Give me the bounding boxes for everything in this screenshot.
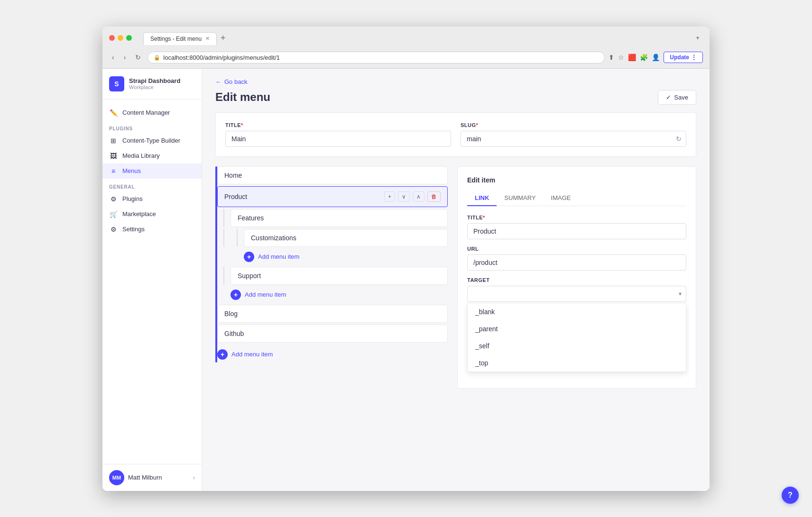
share-icon[interactable]: ⬆ [609, 54, 614, 61]
back-nav-button[interactable]: ‹ [109, 53, 117, 62]
item-label: Blog [224, 310, 441, 317]
tab-image[interactable]: IMAGE [544, 190, 579, 206]
menu-item-home[interactable]: Home [217, 166, 448, 184]
connector-line [223, 209, 224, 227]
edit-url-input[interactable] [467, 254, 686, 271]
edit-title-input[interactable] [467, 223, 686, 239]
address-bar[interactable]: 🔒 localhost:8000/admin/plugins/menus/edi… [148, 52, 605, 63]
item-label: Customizations [251, 234, 441, 242]
option-self[interactable]: _self [468, 337, 686, 354]
delete-item-button[interactable]: 🗑 [427, 191, 441, 202]
edit-title-label: Title* [467, 215, 686, 220]
app-layout: S Strapi Dashboard Workplace ✏️ Content … [102, 69, 710, 491]
title-field-group: Title* [225, 122, 451, 147]
slug-input[interactable] [461, 131, 686, 147]
title-label: Title* [225, 122, 451, 128]
add-circle-icon: + [217, 349, 228, 360]
user-name: Matt Milburn [128, 474, 189, 481]
active-tab[interactable]: Settings - Edit menu ✕ [143, 32, 217, 45]
required-star-slug: * [476, 122, 479, 128]
indent-space-1c [217, 267, 231, 285]
edit-url-group: URL [467, 246, 686, 271]
extension-icon-1[interactable]: 🟥 [628, 54, 636, 61]
edit-item-panel: Edit item LINK SUMMARY IMAGE [457, 166, 696, 389]
tab-summary[interactable]: SUMMARY [497, 190, 543, 206]
sidebar-footer: MM Matt Milburn ‹ [102, 464, 202, 491]
menu-item-product[interactable]: Product + ∨ ∧ 🗑 [217, 186, 448, 207]
grid-icon: ⊞ [109, 137, 118, 145]
menu-item-features[interactable]: Features [231, 209, 448, 227]
bookmark-icon[interactable]: ☆ [618, 54, 624, 61]
menu-item-blog[interactable]: Blog [217, 305, 448, 323]
panel-tabs: LINK SUMMARY IMAGE [467, 190, 686, 206]
settings-icon: ⚙ [109, 226, 118, 233]
add-sub-menu-item-button[interactable]: + Add menu item [244, 249, 299, 265]
item-label: Features [238, 214, 441, 222]
forward-nav-button[interactable]: › [121, 53, 129, 62]
save-button[interactable]: ✓ Save [658, 90, 696, 105]
option-parent[interactable]: _parent [468, 320, 686, 337]
add-root-menu-item-button[interactable]: + Add menu item [217, 346, 273, 363]
sidebar-item-label: Content Manager [122, 109, 170, 116]
menu-editor: Home Product + ∨ ∧ 🗑 [215, 166, 696, 389]
help-button[interactable]: ? [782, 487, 799, 504]
back-arrow-icon: ← [215, 78, 221, 85]
update-button[interactable]: Update ⋮ [664, 52, 703, 63]
cart-icon: 🛒 [109, 210, 118, 218]
sidebar-item-content-type-builder[interactable]: ⊞ Content-Type Builder [102, 133, 202, 148]
page-title-row: Edit menu ✓ Save [215, 90, 696, 105]
sidebar-item-content-manager[interactable]: ✏️ Content Manager [102, 105, 202, 120]
customizations-row-wrap: Customizations [217, 229, 448, 247]
sidebar-item-plugins[interactable]: ⚙ Plugins [102, 191, 202, 207]
sidebar-item-settings[interactable]: ⚙ Settings [102, 222, 202, 237]
sidebar-collapse-button[interactable]: ‹ [193, 474, 195, 481]
menu-item-support[interactable]: Support [231, 267, 448, 285]
sidebar-item-media-library[interactable]: 🖼 Media Library [102, 148, 202, 163]
add-circle-icon: + [231, 290, 241, 300]
new-tab-button[interactable]: + [217, 31, 230, 45]
user-profile-icon[interactable]: 👤 [652, 54, 660, 61]
form-row: Title* Slug* ↻ [225, 122, 686, 147]
move-up-button[interactable]: ∧ [413, 191, 424, 202]
edit-icon: ✏️ [109, 109, 118, 117]
close-window-button[interactable] [109, 35, 115, 41]
connector-line [223, 229, 224, 247]
maximize-window-button[interactable] [126, 35, 132, 41]
menu-item-customizations[interactable]: Customizations [244, 229, 448, 247]
option-blank[interactable]: _blank [468, 303, 686, 320]
sidebar-item-marketplace[interactable]: 🛒 Marketplace [102, 207, 202, 222]
add-child-button[interactable]: + [384, 191, 395, 202]
reload-button[interactable]: ↻ [132, 53, 144, 62]
extensions-icon[interactable]: 🧩 [640, 54, 648, 61]
browser-titlebar: Settings - Edit menu ✕ + ▾ ‹ › ↻ 🔒 local… [102, 27, 710, 69]
support-row-wrap: Support [217, 267, 448, 285]
update-menu-icon: ⋮ [691, 54, 697, 61]
page-title: Edit menu [215, 91, 270, 104]
indent-space-2 [231, 229, 244, 247]
brand-text: Strapi Dashboard Workplace [129, 77, 180, 90]
tab-link[interactable]: LINK [467, 190, 497, 206]
sidebar-item-menus[interactable]: ≡ Menus [102, 163, 202, 179]
plugins-icon: ⚙ [109, 195, 118, 203]
add-product-sub-wrap: + Add menu item [217, 287, 448, 303]
title-input[interactable] [225, 131, 451, 147]
user-avatar: MM [109, 470, 124, 485]
target-select[interactable] [467, 286, 686, 302]
sidebar-item-label: Menus [122, 167, 141, 174]
add-product-sub-button[interactable]: + Add menu item [231, 287, 286, 303]
page-header: ← Go back Edit menu ✓ Save [202, 69, 710, 112]
item-actions: + ∨ ∧ 🗑 [384, 191, 441, 202]
menu-item-github[interactable]: Github [217, 325, 448, 343]
checkmark-icon: ✓ [666, 94, 671, 101]
tab-close-button[interactable]: ✕ [205, 36, 210, 42]
move-down-button[interactable]: ∨ [398, 191, 410, 202]
connector-line [237, 229, 238, 247]
edit-title-group: Title* [467, 215, 686, 239]
option-top[interactable]: _top [468, 354, 686, 372]
minimize-window-button[interactable] [118, 35, 123, 41]
item-label: Product [224, 193, 380, 200]
back-link[interactable]: ← Go back [215, 78, 696, 85]
add-root-wrap: + Add menu item [217, 346, 448, 363]
slug-refresh-button[interactable]: ↻ [676, 135, 682, 143]
sidebar-item-label: Content-Type Builder [122, 137, 180, 144]
